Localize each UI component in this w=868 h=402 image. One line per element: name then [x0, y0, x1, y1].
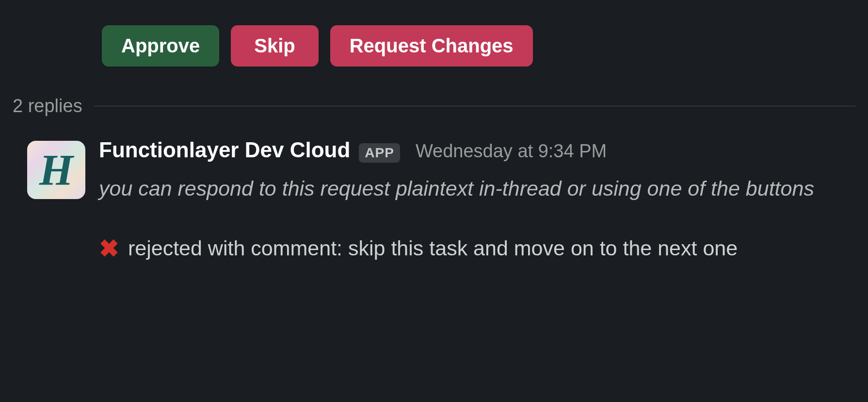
author-name[interactable]: Functionlayer Dev Cloud	[99, 138, 350, 162]
thread-container: Approve Skip Request Changes 2 replies H…	[0, 0, 868, 264]
replies-divider: 2 replies	[0, 90, 868, 120]
replies-count-label: 2 replies	[13, 96, 82, 117]
divider-line	[94, 106, 855, 106]
app-badge: APP	[359, 143, 400, 163]
request-changes-button[interactable]: Request Changes	[330, 25, 533, 67]
avatar[interactable]: H	[27, 141, 85, 199]
instruction-text: you can respond to this request plaintex…	[99, 173, 855, 203]
status-line: ✖ rejected with comment: skip this task …	[99, 233, 855, 264]
status-text: rejected with comment: skip this task an…	[122, 236, 738, 260]
approve-button[interactable]: Approve	[102, 25, 219, 67]
message-timestamp[interactable]: Wednesday at 9:34 PM	[416, 141, 607, 162]
action-button-row: Approve Skip Request Changes	[0, 0, 868, 90]
avatar-letter: H	[39, 145, 73, 195]
message-header: Functionlayer Dev Cloud APP Wednesday at…	[99, 138, 855, 163]
message-content: Functionlayer Dev Cloud APP Wednesday at…	[99, 138, 855, 264]
message-body: you can respond to this request plaintex…	[99, 173, 855, 264]
skip-button[interactable]: Skip	[231, 25, 318, 67]
message-row: H Functionlayer Dev Cloud APP Wednesday …	[0, 120, 868, 264]
cross-mark-icon: ✖	[99, 236, 119, 261]
